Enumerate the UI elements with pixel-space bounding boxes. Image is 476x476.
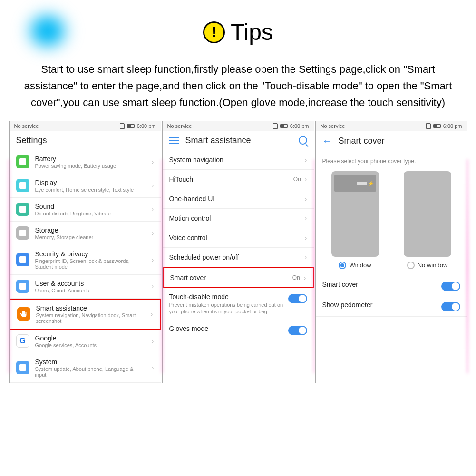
app-header: ← Smart cover (316, 131, 467, 151)
sim-icon (426, 123, 431, 129)
item-pedometer-toggle[interactable]: Show pedometer (316, 296, 467, 317)
status-time: 6:00 pm (137, 123, 156, 129)
phone-smart-cover: No service 6:00 pm ← Smart cover Please … (315, 121, 467, 383)
app-header: Settings (10, 131, 161, 150)
item-scheduled-power[interactable]: Scheduled power on/off › (163, 248, 314, 267)
phone-smart-assistance: No service 6:00 pm Smart assistance Syst… (162, 121, 314, 383)
status-bar: No service 6:00 pm (316, 121, 467, 131)
page-title: Settings (16, 136, 154, 146)
toggle-switch[interactable] (441, 282, 460, 291)
chevron-right-icon: › (152, 364, 154, 371)
status-time: 6:00 pm (443, 123, 462, 129)
warning-icon: ! (203, 21, 225, 43)
setting-smart-assistance[interactable]: Smart assistanceSystem navigation, Navig… (10, 299, 161, 330)
chevron-right-icon: › (305, 195, 307, 203)
sim-icon (273, 123, 278, 129)
item-smart-cover[interactable]: Smart cover On› (163, 267, 314, 288)
chevron-right-icon: › (305, 214, 307, 222)
chevron-right-icon: › (152, 205, 154, 213)
item-onehanded[interactable]: One-handed UI › (163, 189, 314, 209)
setting-battery[interactable]: BatteryPower saving mode, Battery usage … (10, 150, 161, 174)
radio-checked-icon[interactable] (339, 262, 346, 269)
chevron-right-icon: › (152, 337, 154, 345)
app-header: Smart assistance (163, 131, 314, 150)
status-bar: No service 6:00 pm (10, 121, 161, 131)
phone-settings: No service 6:00 pm Settings BatteryPower… (9, 121, 161, 383)
cover-prompt: Please select your phone cover type. (322, 158, 460, 165)
phone-mockup-nowindow (404, 171, 451, 257)
chevron-right-icon: › (152, 158, 154, 165)
chevron-right-icon: › (152, 229, 154, 237)
battery-icon (433, 124, 441, 128)
status-service: No service (167, 123, 192, 129)
item-hitouch[interactable]: HiTouch On› (163, 170, 314, 189)
sim-icon (120, 123, 125, 129)
chevron-right-icon: › (305, 234, 307, 242)
setting-accounts[interactable]: User & accountsUsers, Cloud, Accounts › (10, 275, 161, 299)
chevron-right-icon: › (305, 253, 307, 261)
battery-icon (16, 155, 29, 168)
toggle-switch[interactable] (441, 302, 460, 311)
item-system-navigation[interactable]: System navigation › (163, 150, 314, 170)
setting-display[interactable]: DisplayEye comfort, Home screen style, T… (10, 174, 161, 198)
item-motion[interactable]: Motion control › (163, 209, 314, 228)
security-icon (16, 253, 29, 266)
toggle-switch[interactable] (288, 294, 307, 303)
setting-google[interactable]: G GoogleGoogle services, Accounts › (10, 330, 161, 353)
storage-icon (16, 226, 29, 240)
tips-title: Tips (231, 19, 273, 45)
item-touch-disable[interactable]: Touch-disable mode Prevent mistaken oper… (163, 288, 314, 321)
menu-icon[interactable] (169, 137, 179, 144)
radio-unchecked-icon[interactable] (407, 262, 415, 269)
status-service: No service (14, 123, 39, 129)
chevron-right-icon: › (304, 274, 306, 282)
system-icon (16, 361, 29, 374)
status-time: 6:00 pm (290, 123, 309, 129)
setting-security[interactable]: Security & privacyFingerprint ID, Screen… (10, 245, 161, 275)
chevron-right-icon: › (151, 310, 153, 318)
item-voice[interactable]: Voice control › (163, 228, 314, 248)
item-gloves-mode[interactable]: Gloves mode (163, 320, 314, 340)
sound-icon (16, 203, 29, 216)
item-smart-cover-toggle[interactable]: Smart cover (316, 276, 467, 296)
toggle-switch[interactable] (288, 326, 307, 335)
status-service: No service (321, 123, 345, 129)
setting-system[interactable]: SystemSystem update, About phone, Langua… (10, 353, 161, 383)
setting-storage[interactable]: StorageMemory, Storage cleaner › (10, 222, 161, 245)
chevron-right-icon: › (152, 182, 154, 189)
google-icon: G (16, 334, 29, 348)
display-icon (16, 179, 29, 192)
instruction-text: Start to use smart sleep function,firstl… (0, 57, 476, 121)
back-arrow-icon[interactable]: ← (322, 136, 332, 146)
search-icon[interactable] (299, 136, 307, 145)
chevron-right-icon: › (305, 156, 307, 164)
tips-header: ! Tips (76, 19, 400, 45)
page-title: Smart cover (339, 136, 460, 146)
status-bar: No service 6:00 pm (163, 121, 314, 131)
user-icon (16, 280, 29, 293)
option-no-window[interactable]: No window (404, 171, 451, 269)
option-window[interactable]: ⚡ Window (331, 171, 379, 269)
setting-sound[interactable]: SoundDo not disturb, Ringtone, Vibrate › (10, 198, 161, 222)
battery-icon (127, 124, 135, 128)
chevron-right-icon: › (152, 282, 154, 290)
page-title: Smart assistance (185, 136, 292, 146)
chevron-right-icon: › (152, 256, 154, 263)
hand-icon (17, 307, 30, 321)
phone-mockup-window: ⚡ (331, 171, 379, 257)
chevron-right-icon: › (305, 175, 307, 183)
logo-blur (19, 5, 76, 57)
battery-icon (280, 124, 288, 128)
